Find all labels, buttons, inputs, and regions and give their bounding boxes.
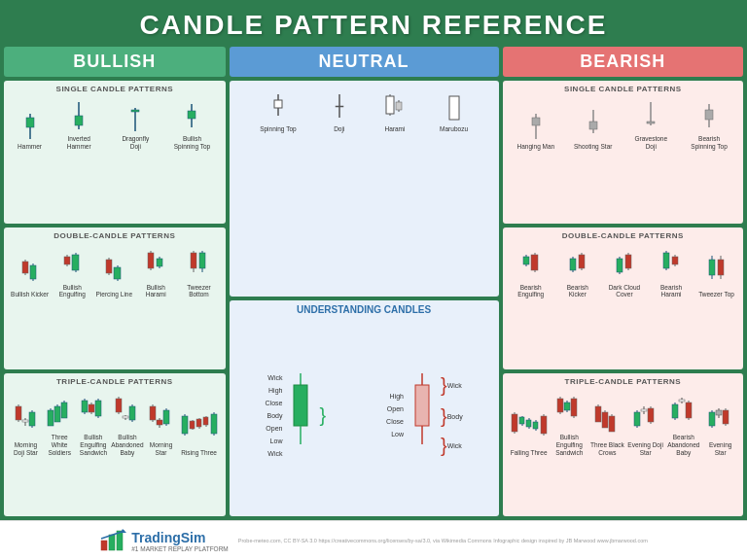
bearish-engulfing-candle — [518, 243, 544, 282]
bullish-spinning-top-candle — [181, 96, 202, 133]
svg-rect-131 — [523, 257, 529, 264]
bullish-abandoned-baby-label: Bullish Abandoned Baby — [111, 434, 143, 456]
tweezer-top-label: Tweezer Top — [698, 291, 734, 298]
bullish-kicker-label: Bullish Kicker — [11, 291, 49, 298]
open-label: Open — [266, 425, 282, 432]
svg-rect-179 — [564, 402, 570, 410]
list-item: Shooting Star — [574, 104, 612, 151]
svg-rect-149 — [663, 253, 669, 268]
bullish-triple-section: TRIPLE-CANDLE PATTERNS — [4, 373, 226, 516]
close-label: Close — [266, 400, 283, 406]
svg-rect-194 — [641, 409, 647, 411]
svg-rect-28 — [114, 267, 121, 279]
dark-cloud-cover-candle — [612, 243, 637, 282]
understanding-section: UNDERSTANDING CANDLES Wick High Close Bo… — [230, 300, 499, 516]
bearish-triple-patterns: Falling Three — [509, 389, 737, 456]
svg-rect-113 — [294, 385, 307, 426]
body-label-right: Body — [447, 413, 463, 420]
bullish-kicker-candle — [18, 250, 42, 289]
neutral-single-patterns: Spinning Top Doji — [235, 85, 493, 135]
bullish-label: BULLISH — [9, 52, 221, 72]
bearish-spinning-top-candle — [698, 96, 720, 133]
low-label-red: Low — [391, 431, 404, 438]
list-item: Tweezer Bottom — [179, 243, 218, 299]
svg-rect-19 — [64, 257, 70, 264]
svg-rect-34 — [157, 259, 162, 266]
svg-rect-122 — [589, 122, 597, 129]
gravestone-doji-label: Gravestone Doji — [631, 135, 670, 151]
bullish-single-title: SINGLE CANDLE PATTERNS — [10, 85, 220, 93]
list-item: Dark Cloud Cover — [605, 243, 644, 299]
svg-rect-170 — [533, 422, 538, 429]
svg-rect-167 — [526, 420, 531, 427]
list-item: Bullish Abandoned Baby — [111, 389, 143, 456]
svg-rect-215 — [723, 410, 729, 424]
brand: TradingSim #1 MARKET REPLAY PLATFORM — [99, 527, 229, 554]
svg-rect-106 — [386, 96, 394, 114]
close-label-red: Close — [386, 418, 404, 425]
neutral-column: NEUTRAL Spinning Top — [230, 47, 499, 516]
three-black-crows-label: Three Black Crows — [589, 441, 625, 457]
svg-rect-54 — [54, 406, 60, 422]
svg-rect-164 — [519, 417, 524, 424]
spinning-top-neutral-label: Spinning Top — [260, 125, 296, 133]
bearish-engulfing-sandwich-candle — [553, 389, 585, 432]
neutral-label: NEUTRAL — [234, 52, 494, 72]
svg-rect-56 — [61, 402, 67, 418]
list-item: Dragonfly Doji — [116, 96, 155, 151]
svg-rect-109 — [396, 102, 402, 110]
bullish-harami-label: Bullish Harami — [136, 284, 175, 299]
bearish-single-patterns: Hanging Man Shooting Star — [509, 96, 737, 151]
dark-cloud-cover-label: Dark Cloud Cover — [605, 284, 644, 299]
svg-rect-91 — [196, 419, 201, 427]
svg-rect-85 — [182, 416, 188, 434]
bearish-kicker-candle — [565, 243, 590, 282]
evening-doji-star-candle — [630, 397, 661, 439]
bearish-triple-section: TRIPLE-CANDLE PATTERNS — [503, 373, 743, 516]
svg-rect-212 — [716, 410, 722, 415]
doji-candle — [329, 87, 350, 123]
bullish-engulfing-candle — [59, 243, 85, 282]
inverted-hammer-candle — [68, 96, 89, 133]
list-item: Inverted Hammer — [59, 96, 98, 151]
list-item: Bullish Harami — [136, 243, 175, 299]
bullish-double-title: DOUBLE-CANDLE PATTERNS — [10, 231, 220, 240]
bearish-spinning-top-label: Bearish Spinning Top — [690, 135, 729, 151]
svg-rect-1 — [26, 118, 34, 127]
svg-rect-189 — [609, 416, 615, 432]
svg-rect-140 — [579, 255, 585, 268]
marubozu-label: Marubozu — [440, 125, 468, 133]
rising-three-candle — [179, 404, 220, 447]
footer: TradingSim #1 MARKET REPLAY PLATFORM Pro… — [0, 520, 747, 560]
list-item: Bearish Abandoned Baby — [665, 389, 701, 456]
svg-rect-203 — [679, 400, 685, 402]
svg-rect-43 — [16, 406, 21, 420]
wick-label-bottom: Wick — [267, 450, 282, 457]
svg-rect-40 — [199, 253, 205, 268]
svg-rect-185 — [595, 406, 601, 422]
shooting-star-label: Shooting Star — [574, 143, 612, 151]
list-item: Rising Three — [179, 404, 220, 457]
bullish-header: BULLISH — [4, 47, 226, 77]
svg-rect-218 — [109, 535, 115, 550]
inverted-hammer-label: Inverted Hammer — [59, 135, 98, 151]
open-label-red: Open — [387, 405, 404, 412]
svg-rect-111 — [449, 96, 459, 120]
svg-rect-128 — [705, 110, 713, 120]
neutral-header: NEUTRAL — [230, 47, 499, 77]
svg-rect-4 — [75, 116, 83, 125]
list-item: Evening Doji Star — [627, 397, 663, 457]
tweezer-top-candle — [704, 250, 729, 289]
svg-rect-61 — [89, 404, 94, 412]
svg-rect-10 — [188, 111, 196, 119]
list-item: Three Black Crows — [589, 397, 625, 457]
list-item: Bullish Engulfing — [53, 243, 91, 299]
morning-star-label: Morning Star — [146, 441, 177, 457]
svg-rect-143 — [617, 259, 622, 272]
red-candle-svg — [408, 371, 437, 459]
shooting-star-candle — [583, 104, 604, 141]
brand-sub: #1 MARKET REPLAY PLATFORM — [131, 545, 229, 552]
svg-rect-94 — [203, 417, 208, 425]
list-item: Hammer — [18, 104, 42, 151]
list-item: Three White Soldiers — [44, 389, 76, 456]
